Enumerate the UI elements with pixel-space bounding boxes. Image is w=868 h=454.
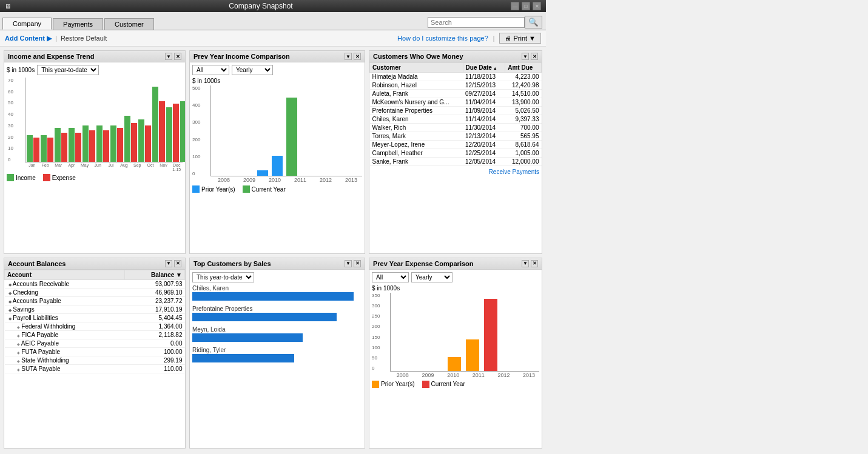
income-xlabel-3: Apr: [66, 163, 78, 172]
prev-year-income-close[interactable]: ✕: [354, 53, 361, 60]
owe-col-duedate[interactable]: Due Date: [463, 63, 505, 73]
balance-table-row[interactable]: ◆ Accounts Payable 23,237.72: [5, 296, 185, 305]
prev-expense-bar-group-3: [448, 357, 461, 370]
prev-expense-filter1[interactable]: AllCustom: [372, 272, 409, 282]
print-button[interactable]: 🖨 Print ▼: [499, 33, 541, 44]
prev-income-bar-group-3: [257, 170, 268, 176]
balance-table-row[interactable]: ◆ FICA Payable 2,118.82: [5, 330, 185, 339]
owe-table-row[interactable]: Meyer-Lopez, Irene 12/20/2014 8,618.64: [370, 141, 542, 149]
tab-payments[interactable]: Payments: [53, 18, 103, 30]
add-content-button[interactable]: Add Content ▶: [5, 35, 52, 42]
income-expense-bar-group-8: [138, 119, 151, 162]
prev-income-xlabel-0: 2008: [218, 177, 230, 183]
bal-cell-balance-10: 110.00: [125, 364, 185, 373]
prev-income-xlabel-5: 2013: [345, 177, 357, 183]
owe-table-row[interactable]: McKeown's Nursery and G... 11/04/2014 13…: [370, 98, 542, 107]
bal-cell-balance-4: 5,404.45: [125, 313, 185, 322]
balance-table-row[interactable]: ◆ Federal Withholding 1,364.00: [5, 322, 185, 330]
bal-col-account[interactable]: Account: [5, 270, 125, 279]
income-expense-controls: ▼ ✕: [165, 53, 181, 60]
owe-col-customer[interactable]: Customer: [370, 63, 463, 73]
balance-table-row[interactable]: ◆ State Withholding 299.19: [5, 356, 185, 364]
top-customers-panel: Top Customers by Sales ▼ ✕ This year-to-…: [189, 258, 365, 449]
income-xlabel-6: Jul: [105, 163, 117, 172]
income-expense-bar-group-0: [27, 135, 39, 162]
expense-bar-8: [145, 125, 151, 162]
bal-col-balance[interactable]: Balance ▼: [125, 270, 185, 279]
prev-expense-close[interactable]: ✕: [531, 260, 538, 267]
account-balances-collapse[interactable]: ▼: [165, 260, 172, 267]
bal-cell-balance-5: 1,364.00: [125, 322, 185, 330]
owe-table-row[interactable]: Himateja Madala 11/18/2013 4,223.00: [370, 73, 542, 81]
tab-company[interactable]: Company: [2, 18, 52, 30]
restore-default-button[interactable]: Restore Default: [61, 35, 107, 42]
tab-customer[interactable]: Customer: [104, 18, 154, 30]
balance-table-row[interactable]: ◆ Checking 46,969.10: [5, 288, 185, 296]
close-button[interactable]: ✕: [533, 2, 541, 10]
prev-expense-content: AllCustom YearlyMonthlyQuarterly $ in 10…: [369, 270, 542, 449]
owe-table-row[interactable]: Walker, Rich 11/30/2014 700.00: [370, 124, 542, 132]
expense-bar-5: [103, 130, 109, 162]
toolbar-separator: |: [55, 35, 57, 42]
balance-table-row[interactable]: ◆ Payroll Liabilities 5,404.45: [5, 313, 185, 322]
owe-table-row[interactable]: Auleta, Frank 09/27/2014 14,510.00: [370, 90, 542, 98]
top-customers-close[interactable]: ✕: [354, 260, 361, 267]
prev-year-income-collapse[interactable]: ▼: [345, 53, 352, 60]
income-expense-ylabel: $ in 1000s: [7, 67, 35, 73]
prev-expense-title: Prev Year Expense Comparison: [373, 260, 474, 267]
receive-payments-link[interactable]: Receive Payments: [369, 166, 542, 178]
income-expense-period-select[interactable]: This year-to-date This fiscal year Last …: [37, 65, 99, 75]
balance-table-row[interactable]: ◆ FUTA Payable 100.00: [5, 347, 185, 356]
income-xlabel-9: Oct: [144, 163, 156, 172]
income-expense-bar-group-1: [41, 135, 53, 162]
owe-table-row[interactable]: Robinson, Hazel 12/15/2013 12,420.98: [370, 81, 542, 90]
owe-cell-customer-1: Robinson, Hazel: [370, 81, 463, 90]
search-button[interactable]: 🔍: [525, 16, 542, 28]
balance-table-row[interactable]: ◆ AEIC Payable 0.00: [5, 339, 185, 347]
income-expense-bar-group-6: [110, 125, 123, 162]
customer-bar-1: [192, 313, 337, 321]
customers-owe-close[interactable]: ✕: [531, 53, 538, 60]
customer-bar-row: Chiles, Karen: [192, 285, 362, 301]
account-balances-controls: ▼ ✕: [165, 260, 181, 267]
owe-table-row[interactable]: Prefontaine Properties 11/09/2014 5,026.…: [370, 107, 542, 115]
income-expense-collapse[interactable]: ▼: [165, 53, 172, 60]
prev-expense-xlabel-5: 2013: [523, 372, 535, 378]
account-balances-close[interactable]: ✕: [174, 260, 181, 267]
bal-cell-balance-2: 23,237.72: [125, 296, 185, 305]
maximize-button[interactable]: □: [522, 2, 530, 10]
prev-expense-bar-group-4: [466, 339, 479, 371]
income-expense-bar-group-5: [96, 125, 109, 162]
bal-cell-account-2: ◆ Accounts Payable: [5, 296, 125, 305]
customer-bar-row: Meyn, Loida: [192, 326, 362, 342]
balance-table-row[interactable]: ◆ SUTA Payable 110.00: [5, 364, 185, 373]
owe-col-amtdue[interactable]: Amt Due: [505, 63, 542, 73]
owe-table-row[interactable]: Chiles, Karen 11/14/2014 9,397.33: [370, 115, 542, 124]
top-customers-period-select[interactable]: This year-to-date Last year This fiscal …: [192, 272, 254, 282]
owe-table-row[interactable]: Sanke, Frank 12/05/2014 12,000.00: [370, 158, 542, 166]
balance-table-row[interactable]: ◆ Savings 17,910.19: [5, 305, 185, 313]
current-expense-legend-label: Current Year: [431, 381, 465, 387]
income-bar-8: [138, 119, 144, 162]
prev-expense-filter2[interactable]: YearlyMonthlyQuarterly: [411, 272, 453, 282]
customers-owe-collapse[interactable]: ▼: [522, 53, 529, 60]
search-input[interactable]: [428, 17, 525, 28]
owe-cell-customer-9: Campbell, Heather: [370, 149, 463, 158]
bal-cell-account-8: ◆ FUTA Payable: [5, 347, 125, 356]
income-expense-close[interactable]: ✕: [174, 53, 181, 60]
minimize-button[interactable]: —: [511, 2, 519, 10]
bal-cell-account-6: ◆ FICA Payable: [5, 330, 125, 339]
owe-cell-duedate-4: 11/09/2014: [463, 107, 505, 115]
prev-year-income-filter1[interactable]: AllCustom: [192, 65, 229, 75]
income-bar-7: [124, 116, 130, 162]
owe-table-row[interactable]: Campbell, Heather 12/25/2014 1,005.00: [370, 149, 542, 158]
top-customers-collapse[interactable]: ▼: [345, 260, 352, 267]
prev-year-income-legend: Prior Year(s) Current Year: [192, 185, 362, 193]
income-x-labels: JanFebMarAprMayJunJulAugSepOctNovDec 1-1…: [25, 163, 183, 172]
owe-cell-customer-0: Himateja Madala: [370, 73, 463, 81]
help-customize-link[interactable]: How do I customize this page?: [397, 35, 488, 42]
prev-expense-collapse[interactable]: ▼: [522, 260, 529, 267]
balance-table-row[interactable]: ◆ Accounts Receivable 93,007.93: [5, 279, 185, 288]
owe-table-row[interactable]: Torres, Mark 12/13/2014 565.95: [370, 132, 542, 141]
prev-year-income-filter2[interactable]: YearlyMonthlyQuarterly: [232, 65, 273, 75]
